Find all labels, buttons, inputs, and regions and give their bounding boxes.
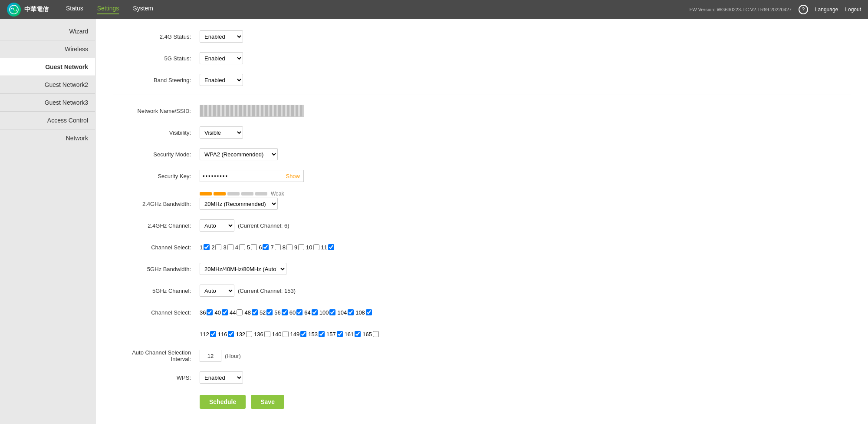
ch-5: 5 [247, 244, 257, 251]
current-channel-5g: (Current Channel: 153) [238, 288, 296, 294]
row-visibility: Visibility: Visible Hidden [113, 126, 851, 139]
row-24g-status: 2.4G Status: Enabled Disabled [113, 30, 851, 43]
checkbox-ch5g-132[interactable] [246, 331, 252, 337]
checkbox-ch5g-100[interactable] [329, 309, 335, 315]
strength-bar-2 [214, 192, 226, 195]
checkbox-ch5g-136[interactable] [264, 331, 270, 337]
help-icon[interactable]: ? [799, 5, 808, 14]
sidebar-item-wireless[interactable]: Wireless [0, 40, 95, 58]
row-wps: WPS: Enabled Disabled [113, 371, 851, 384]
auto-channel-input[interactable] [200, 350, 221, 362]
checkbox-ch-2[interactable] [215, 244, 221, 250]
checkbox-ch5g-157[interactable] [337, 331, 343, 337]
ctrl-security-key: Show [200, 170, 304, 182]
header: 中華電信 Status Settings System FW Version: … [0, 0, 868, 19]
label-channel-select-24g: Channel Select: [113, 244, 200, 251]
checkbox-ch-4[interactable] [239, 244, 245, 250]
schedule-button[interactable]: Schedule [200, 395, 246, 409]
ctrl-channel-select-5g-row2: 112 116 132 136 140 149 153 157 161 165 [200, 331, 379, 338]
show-password-button[interactable]: Show [282, 173, 303, 179]
sidebar-item-guest-network3[interactable]: Guest Network3 [0, 94, 95, 112]
nav-status[interactable]: Status [66, 5, 83, 14]
logo: 中華電信 [7, 3, 49, 17]
checkbox-ch-1[interactable] [204, 244, 210, 250]
select-wps[interactable]: Enabled Disabled [200, 371, 243, 384]
checkbox-ch-11[interactable] [328, 244, 334, 250]
ch5g-40: 40 [214, 309, 227, 316]
ch5g-60: 60 [289, 309, 302, 316]
save-button[interactable]: Save [251, 395, 284, 409]
checkbox-ch-10[interactable] [313, 244, 319, 250]
checkbox-ch5g-36[interactable] [207, 309, 213, 315]
ch-3: 3 [223, 244, 233, 251]
checkbox-ch5g-40[interactable] [222, 309, 228, 315]
ch5g-52: 52 [260, 309, 273, 316]
ctrl-band-steering: Enabled Disabled [200, 74, 243, 86]
sidebar-item-access-control[interactable]: Access Control [0, 112, 95, 129]
select-visibility[interactable]: Visible Hidden [200, 126, 243, 139]
select-channel-5g[interactable]: Auto 36404448 52566064 100104108112 1161… [200, 285, 234, 297]
select-band-steering[interactable]: Enabled Disabled [200, 74, 243, 86]
ch5g-149: 149 [290, 331, 307, 338]
sidebar-item-network[interactable]: Network [0, 129, 95, 147]
checkbox-ch-9[interactable] [298, 244, 304, 250]
security-key-input[interactable] [200, 172, 282, 180]
logout-link[interactable]: Logout [845, 7, 861, 13]
select-24g-status[interactable]: Enabled Disabled [200, 30, 243, 43]
sidebar-item-guest-network[interactable]: Guest Network [0, 58, 95, 76]
ch5g-157: 157 [326, 331, 343, 338]
ch5g-36: 36 [200, 309, 213, 316]
row-5g-status: 5G Status: Enabled Disabled [113, 51, 851, 65]
nav-system[interactable]: System [133, 5, 153, 14]
fw-version: FW Version: WG630223-TC.V2.TR69.20220427 [690, 7, 792, 12]
language-link[interactable]: Language [815, 7, 838, 13]
ch-4: 4 [235, 244, 245, 251]
checkbox-ch5g-140[interactable] [283, 331, 289, 337]
strength-indicator: Weak [113, 191, 851, 197]
strength-bar-4 [241, 192, 253, 195]
checkbox-ch5g-112[interactable] [210, 331, 216, 337]
ctrl-bandwidth-24g: 20MHz (Recommended) 20/40MHz (Auto) [200, 198, 278, 210]
select-channel-24g[interactable]: Auto 1234 5678 91011 [200, 219, 234, 232]
select-5g-status[interactable]: Enabled Disabled [200, 52, 243, 64]
checkbox-ch-5[interactable] [251, 244, 257, 250]
select-security-mode[interactable]: WPA2 (Recommended) WPA WEP None [200, 148, 278, 160]
select-bandwidth-24g[interactable]: 20MHz (Recommended) 20/40MHz (Auto) [200, 198, 278, 210]
nav-settings[interactable]: Settings [97, 5, 119, 14]
checkbox-ch-8[interactable] [286, 244, 293, 250]
strength-bar-3 [227, 192, 240, 195]
checkbox-ch5g-60[interactable] [296, 309, 302, 315]
ssid-input[interactable] [200, 105, 304, 117]
ch5g-56: 56 [274, 309, 287, 316]
sidebar-item-wizard[interactable]: Wizard [0, 23, 95, 40]
checkbox-ch-6[interactable] [263, 244, 269, 250]
ctrl-ssid [200, 105, 304, 117]
checkbox-ch5g-52[interactable] [266, 309, 273, 315]
ctrl-bandwidth-5g: 20MHz/40MHz/80MHz (Auto) 20MHz 40MHz 80M… [200, 263, 286, 275]
row-bandwidth-5g: 5GHz Bandwidth: 20MHz/40MHz/80MHz (Auto)… [113, 262, 851, 276]
ch5g-136: 136 [254, 331, 270, 338]
ctrl-channel-select-5g-row1: 36 40 44 48 52 56 60 64 100 104 108 [200, 309, 372, 316]
checkbox-ch5g-56[interactable] [282, 309, 288, 315]
checkbox-ch5g-153[interactable] [319, 331, 325, 337]
checkbox-ch5g-44[interactable] [237, 309, 243, 315]
checkbox-ch5g-64[interactable] [312, 309, 318, 315]
label-wps: WPS: [113, 374, 200, 381]
checkbox-ch5g-104[interactable] [348, 309, 354, 315]
checkbox-ch-7[interactable] [275, 244, 281, 250]
ctrl-auto-channel: (Hour) [200, 350, 241, 362]
label-24g-status: 2.4G Status: [113, 33, 200, 40]
label-5g-status: 5G Status: [113, 55, 200, 62]
ch5g-112: 112 [200, 331, 216, 338]
checkbox-ch5g-161[interactable] [355, 331, 361, 337]
checkbox-ch5g-165[interactable] [373, 331, 379, 337]
checkbox-ch5g-149[interactable] [300, 331, 306, 337]
checkbox-ch5g-116[interactable] [228, 331, 234, 337]
checkbox-ch5g-108[interactable] [366, 309, 372, 315]
checkbox-ch5g-48[interactable] [252, 309, 258, 315]
row-channel-5g: 5GHz Channel: Auto 36404448 52566064 100… [113, 284, 851, 298]
sidebar-item-guest-network2[interactable]: Guest Network2 [0, 76, 95, 94]
row-auto-channel: Auto Channel Selection Interval: (Hour) [113, 349, 851, 363]
checkbox-ch-3[interactable] [227, 244, 233, 250]
select-bandwidth-5g[interactable]: 20MHz/40MHz/80MHz (Auto) 20MHz 40MHz 80M… [200, 263, 286, 275]
